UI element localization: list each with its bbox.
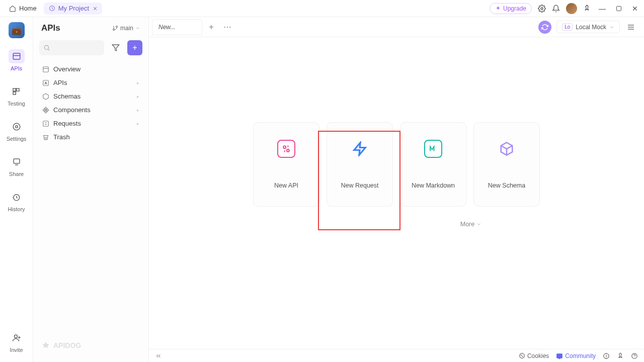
upgrade-button[interactable]: Upgrade <box>490 3 532 14</box>
filter-button[interactable] <box>108 40 123 55</box>
add-tab-button[interactable]: + <box>204 20 218 34</box>
svg-point-16 <box>44 45 48 49</box>
svg-text:A: A <box>45 81 47 84</box>
chevron-down-icon <box>609 25 614 30</box>
card-api-label: New API <box>274 182 298 189</box>
collapse-button[interactable] <box>155 352 162 359</box>
tree-trash[interactable]: Trash <box>38 130 143 144</box>
settings-icon[interactable] <box>538 5 546 13</box>
refresh-icon <box>541 24 548 31</box>
tree-requests[interactable]: Requests ▸ <box>38 117 143 130</box>
card-new-markdown[interactable]: New Markdown <box>400 122 466 207</box>
svg-rect-3 <box>13 53 20 59</box>
tree-apis[interactable]: A APIs ▸ <box>38 76 143 89</box>
watermark: APIDOG <box>33 336 148 362</box>
project-icon <box>49 5 55 12</box>
nav-rail: 💼 APIs Testing Settings Share History In… <box>0 17 33 362</box>
sparkle-icon <box>495 6 501 12</box>
rail-testing[interactable]: Testing <box>6 82 27 109</box>
rail-invite-label: Invite <box>10 347 23 353</box>
caret-icon: ▸ <box>137 108 139 113</box>
trash-icon <box>42 134 49 141</box>
svg-marker-18 <box>112 45 119 51</box>
close-icon[interactable]: × <box>93 5 97 13</box>
rail-apis[interactable]: APIs <box>7 47 27 73</box>
tab-project[interactable]: My Project × <box>44 3 103 15</box>
overview-icon <box>42 66 49 73</box>
env-label: Local Mock <box>576 24 606 31</box>
settings-rail-icon <box>12 122 21 131</box>
svg-point-30 <box>287 149 289 152</box>
watermark-label: APIDOG <box>53 341 81 349</box>
svg-point-15 <box>113 29 114 31</box>
tab-new[interactable]: New... <box>152 19 202 35</box>
menu-icon <box>627 23 635 31</box>
filter-icon <box>112 44 120 52</box>
tree-components-label: Components <box>53 106 91 114</box>
more-link[interactable]: More <box>460 221 481 228</box>
add-button[interactable]: + <box>127 40 142 55</box>
rail-invite[interactable]: Invite <box>7 329 27 355</box>
close-button[interactable]: ✕ <box>630 4 640 14</box>
branch-selector[interactable]: main <box>112 25 140 32</box>
maximize-button[interactable] <box>614 5 624 13</box>
rail-settings-label: Settings <box>7 136 27 142</box>
tree-schemas[interactable]: Schemas ▸ <box>38 89 143 103</box>
share-icon <box>12 157 21 166</box>
svg-point-38 <box>606 355 606 356</box>
tree-overview[interactable]: Overview <box>38 62 143 76</box>
svg-rect-23 <box>43 121 49 126</box>
caret-icon: ▸ <box>137 80 139 85</box>
tree-requests-label: Requests <box>53 120 81 127</box>
invite-icon <box>12 333 21 342</box>
tab-home[interactable]: Home <box>4 3 42 14</box>
rail-share[interactable]: Share <box>7 153 27 179</box>
search-icon <box>43 44 50 51</box>
svg-rect-7 <box>13 92 16 95</box>
card-new-request[interactable]: New Request <box>327 122 393 207</box>
refresh-button[interactable] <box>538 21 551 34</box>
rail-history[interactable]: History <box>6 188 27 214</box>
rail-settings[interactable]: Settings <box>5 118 29 144</box>
svg-rect-5 <box>13 88 16 91</box>
env-badge: Lo <box>562 23 573 31</box>
svg-line-17 <box>48 49 49 50</box>
help-icon[interactable] <box>631 352 638 359</box>
community-link[interactable]: Community <box>556 352 596 359</box>
cookies-link[interactable]: Cookies <box>519 352 549 359</box>
bell-icon[interactable] <box>552 5 560 13</box>
cookie-icon <box>519 352 525 359</box>
community-label: Community <box>565 352 596 359</box>
svg-marker-33 <box>354 143 366 155</box>
search-input[interactable] <box>39 40 104 55</box>
pin-bottom-icon[interactable] <box>617 352 624 359</box>
request-card-icon <box>352 141 367 156</box>
tab-menu-button[interactable]: ⋯ <box>220 20 234 34</box>
chevron-left-icon <box>155 352 162 359</box>
svg-rect-2 <box>617 6 621 11</box>
target-icon[interactable] <box>603 352 610 359</box>
tree-components[interactable]: Components ▸ <box>38 103 143 117</box>
card-new-schema[interactable]: New Schema <box>473 122 540 207</box>
tree-trash-label: Trash <box>53 133 70 141</box>
home-icon <box>9 5 16 12</box>
tab-new-label: New... <box>158 24 175 31</box>
sidebar-title: APIs <box>41 23 60 33</box>
minimize-button[interactable]: — <box>597 4 608 14</box>
svg-rect-6 <box>17 88 19 91</box>
svg-point-12 <box>14 335 17 338</box>
menu-button[interactable] <box>625 21 637 33</box>
workspace-logo[interactable]: 💼 <box>9 22 25 38</box>
svg-point-35 <box>521 355 521 355</box>
caret-icon: ▸ <box>137 94 139 99</box>
tree-overview-label: Overview <box>53 65 80 73</box>
rail-share-label: Share <box>9 171 24 177</box>
pin-icon[interactable] <box>583 5 591 12</box>
svg-point-1 <box>541 8 543 10</box>
markdown-card-icon <box>429 144 438 153</box>
avatar[interactable] <box>566 3 577 14</box>
environment-selector[interactable]: Lo Local Mock <box>556 21 620 33</box>
tree-schemas-label: Schemas <box>53 93 80 100</box>
svg-point-36 <box>522 356 523 356</box>
card-new-api[interactable]: New API <box>253 122 319 207</box>
